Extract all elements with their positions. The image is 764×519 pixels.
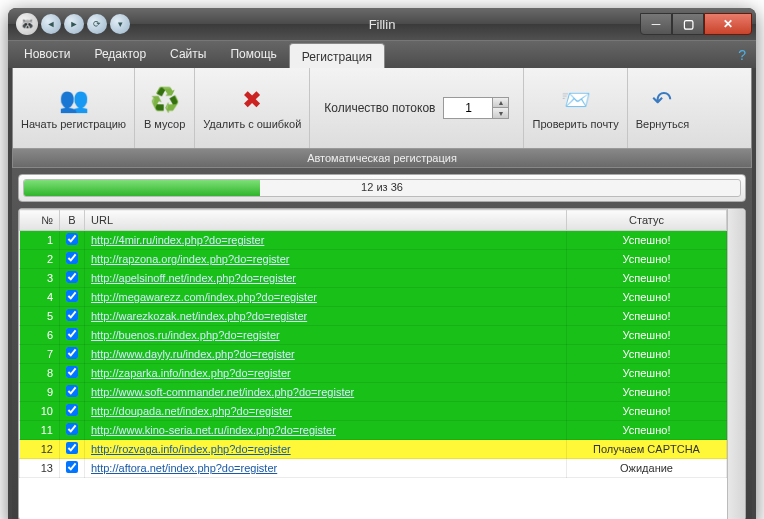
titlebar-left: 🦝 ◄ ► ⟳ ▾ xyxy=(8,13,130,35)
recycle-icon: ♻️ xyxy=(149,84,181,116)
row-checkbox[interactable] xyxy=(66,233,78,245)
cell-check[interactable] xyxy=(60,250,85,269)
row-checkbox[interactable] xyxy=(66,347,78,359)
delete-error-button[interactable]: ✖ Удалить с ошибкой xyxy=(195,68,310,148)
row-checkbox[interactable] xyxy=(66,252,78,264)
row-checkbox[interactable] xyxy=(66,461,78,473)
maximize-button[interactable]: ▢ xyxy=(672,13,704,35)
table-row[interactable]: 5http://warezkozak.net/index.php?do=regi… xyxy=(20,307,727,326)
url-link[interactable]: http://warezkozak.net/index.php?do=regis… xyxy=(91,310,307,322)
table-row[interactable]: 7http://www.dayly.ru/index.php?do=regist… xyxy=(20,345,727,364)
threads-down-button[interactable]: ▼ xyxy=(492,108,508,118)
cell-check[interactable] xyxy=(60,459,85,478)
url-link[interactable]: http://megawarezz.com/index.php?do=regis… xyxy=(91,291,317,303)
cell-check[interactable] xyxy=(60,288,85,307)
sites-table: № B URL Статус 1http://4mir.ru/index.php… xyxy=(19,209,727,478)
menu-registration[interactable]: Регистрация xyxy=(289,43,385,68)
ribbon: 👥 Начать регистрацию ♻️ В мусор ✖ Удалит… xyxy=(12,68,752,168)
threads-group: Количество потоков ▲ ▼ xyxy=(310,68,524,148)
url-link[interactable]: http://www.dayly.ru/index.php?do=registe… xyxy=(91,348,295,360)
table-row[interactable]: 10http://doupada.net/index.php?do=regist… xyxy=(20,402,727,421)
row-checkbox[interactable] xyxy=(66,366,78,378)
table-row[interactable]: 4http://megawarezz.com/index.php?do=regi… xyxy=(20,288,727,307)
menu-news[interactable]: Новости xyxy=(12,41,82,68)
check-mail-button[interactable]: 📨 Проверить почту xyxy=(524,68,627,148)
threads-spinner[interactable]: ▲ ▼ xyxy=(443,97,509,119)
cell-url: http://doupada.net/index.php?do=register xyxy=(85,402,567,421)
cell-check[interactable] xyxy=(60,421,85,440)
menu-help[interactable]: Помощь xyxy=(218,41,288,68)
url-link[interactable]: http://rozvaga.info/index.php?do=registe… xyxy=(91,443,291,455)
table-row[interactable]: 3http://apelsinoff.net/index.php?do=regi… xyxy=(20,269,727,288)
nav-back-icon[interactable]: ◄ xyxy=(41,14,61,34)
close-button[interactable]: ✕ xyxy=(704,13,752,35)
col-status[interactable]: Статус xyxy=(567,210,727,231)
row-checkbox[interactable] xyxy=(66,271,78,283)
threads-up-button[interactable]: ▲ xyxy=(492,98,508,108)
url-link[interactable]: http://www.kino-seria.net.ru/index.php?d… xyxy=(91,424,336,436)
cell-check[interactable] xyxy=(60,364,85,383)
table-row[interactable]: 6http://buenos.ru/index.php?do=registerУ… xyxy=(20,326,727,345)
minimize-button[interactable]: ─ xyxy=(640,13,672,35)
table-row[interactable]: 2http://rapzona.org/index.php?do=registe… xyxy=(20,250,727,269)
cell-num: 1 xyxy=(20,231,60,250)
col-url[interactable]: URL xyxy=(85,210,567,231)
nav-forward-icon[interactable]: ► xyxy=(64,14,84,34)
table-row[interactable]: 1http://4mir.ru/index.php?do=registerУсп… xyxy=(20,231,727,250)
start-registration-button[interactable]: 👥 Начать регистрацию xyxy=(13,68,135,148)
app-icon[interactable]: 🦝 xyxy=(16,13,38,35)
url-link[interactable]: http://buenos.ru/index.php?do=register xyxy=(91,329,280,341)
title-bar[interactable]: 🦝 ◄ ► ⟳ ▾ Fillin ─ ▢ ✕ xyxy=(8,8,756,40)
table-row[interactable]: 11http://www.kino-seria.net.ru/index.php… xyxy=(20,421,727,440)
cell-check[interactable] xyxy=(60,440,85,459)
table-row[interactable]: 13http://aftora.net/index.php?do=registe… xyxy=(20,459,727,478)
nav-refresh-icon[interactable]: ⟳ xyxy=(87,14,107,34)
url-link[interactable]: http://zaparka.info/index.php?do=registe… xyxy=(91,367,291,379)
back-button[interactable]: ↶ Вернуться xyxy=(628,68,697,148)
table-row[interactable]: 12http://rozvaga.info/index.php?do=regis… xyxy=(20,440,727,459)
row-checkbox[interactable] xyxy=(66,404,78,416)
row-checkbox[interactable] xyxy=(66,442,78,454)
cell-check[interactable] xyxy=(60,345,85,364)
row-checkbox[interactable] xyxy=(66,423,78,435)
threads-input[interactable] xyxy=(444,101,492,115)
menu-sites[interactable]: Сайты xyxy=(158,41,218,68)
cell-num: 10 xyxy=(20,402,60,421)
url-link[interactable]: http://rapzona.org/index.php?do=register xyxy=(91,253,289,265)
cell-status: Успешно! xyxy=(567,345,727,364)
cell-check[interactable] xyxy=(60,383,85,402)
url-link[interactable]: http://4mir.ru/index.php?do=register xyxy=(91,234,264,246)
help-icon[interactable]: ? xyxy=(738,47,752,63)
check-mail-label: Проверить почту xyxy=(532,118,618,131)
cell-check[interactable] xyxy=(60,307,85,326)
menu-editor[interactable]: Редактор xyxy=(82,41,158,68)
cell-check[interactable] xyxy=(60,269,85,288)
table-row[interactable]: 9http://www.soft-commander.net/index.php… xyxy=(20,383,727,402)
cell-status: Получаем CAPTCHA xyxy=(567,440,727,459)
cell-check[interactable] xyxy=(60,326,85,345)
row-checkbox[interactable] xyxy=(66,290,78,302)
cell-status: Успешно! xyxy=(567,288,727,307)
row-checkbox[interactable] xyxy=(66,385,78,397)
cell-status: Успешно! xyxy=(567,250,727,269)
col-b[interactable]: B xyxy=(60,210,85,231)
cell-check[interactable] xyxy=(60,231,85,250)
cell-check[interactable] xyxy=(60,402,85,421)
cell-url: http://4mir.ru/index.php?do=register xyxy=(85,231,567,250)
url-link[interactable]: http://www.soft-commander.net/index.php?… xyxy=(91,386,354,398)
col-num[interactable]: № xyxy=(20,210,60,231)
nav-home-icon[interactable]: ▾ xyxy=(110,14,130,34)
cell-num: 4 xyxy=(20,288,60,307)
url-link[interactable]: http://aftora.net/index.php?do=register xyxy=(91,462,277,474)
table-row[interactable]: 8http://zaparka.info/index.php?do=regist… xyxy=(20,364,727,383)
ribbon-section-label: Автоматическая регистрация xyxy=(13,148,751,167)
row-checkbox[interactable] xyxy=(66,309,78,321)
users-icon: 👥 xyxy=(58,84,90,116)
cell-status: Успешно! xyxy=(567,364,727,383)
url-link[interactable]: http://doupada.net/index.php?do=register xyxy=(91,405,292,417)
trash-button[interactable]: ♻️ В мусор xyxy=(135,68,195,148)
table-scroll[interactable]: № B URL Статус 1http://4mir.ru/index.php… xyxy=(19,209,727,519)
vertical-scrollbar[interactable] xyxy=(727,209,745,519)
row-checkbox[interactable] xyxy=(66,328,78,340)
url-link[interactable]: http://apelsinoff.net/index.php?do=regis… xyxy=(91,272,296,284)
